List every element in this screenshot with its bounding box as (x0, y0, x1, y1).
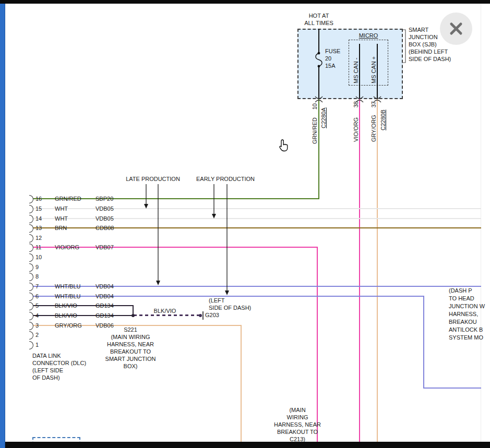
hand-pointer-cursor-icon (278, 139, 290, 155)
wire-gry-org-sjb-vertical (377, 99, 378, 442)
right-note-line6: ANTILOCK B (449, 326, 483, 333)
pin-cavity-icon (29, 283, 33, 291)
close-icon (440, 13, 472, 45)
fuse-label: FUSE (325, 48, 340, 55)
micro-label: MICRO (349, 32, 388, 39)
bottom-window-border (5, 442, 490, 448)
sjb-name-line2: JUNCTION (409, 34, 438, 41)
dlc-name-line3: (LEFT SIDE (32, 367, 63, 374)
wire-gry-org-pin3-vertical (241, 325, 242, 442)
pin-cavity-icon (29, 244, 33, 252)
pin-cavity-icon (29, 224, 33, 233)
late-production-arrowhead-2 (156, 281, 160, 285)
fuse-rating: 15A (325, 63, 336, 69)
pin-cavity-icon (29, 253, 33, 262)
bottom-note-line3: HARNESS, NEAR (264, 421, 331, 428)
pin-cavity-icon (29, 293, 33, 301)
dlc-pin-row-13: 13BRNCDB08 (29, 224, 144, 232)
ms-can-minus-label: MS CAN - (353, 47, 360, 83)
sjb-name-line3: BOX (SJB) (409, 41, 437, 48)
hot-at-label-line2: ALL TIMES (299, 20, 339, 27)
right-note-line3: JUNCTION W (449, 303, 485, 310)
hot-at-label-line1: HOT AT (299, 13, 339, 19)
wire-vio-org-sjb-vertical (359, 99, 360, 442)
pin-cavity-icon (29, 195, 33, 203)
bottom-note-line1: (MAIN (264, 407, 331, 414)
wiring-diagram-canvas: HOT AT ALL TIMES FUSE 20 15A MICRO MS CA… (0, 0, 490, 448)
pin-cavity-icon (29, 322, 33, 330)
dlc-pin-row-15: 15WHTVDB05 (29, 204, 144, 213)
ground-location-line2: SIDE OF DASH) (209, 305, 251, 311)
splice-desc-line5: BOX) (100, 363, 161, 370)
fuse-number: 20 (325, 55, 331, 62)
pin-cavity-icon (29, 234, 33, 243)
splice-desc-line1: (MAIN WIRING (100, 334, 161, 341)
right-note-line5: BREAKOU (449, 319, 477, 325)
pin-cavity-icon (29, 302, 33, 310)
pin-cavity-icon (29, 331, 33, 340)
bottom-note-line4: BREAKOUT TO (264, 429, 331, 435)
wire-grn-red-vertical (318, 99, 319, 199)
dlc-name-line4: OF DASH) (32, 374, 60, 381)
right-note-line7: SYSTEM MO (449, 334, 483, 341)
sjb-name-line4: (BEHIND LEFT (409, 49, 448, 55)
close-button[interactable] (440, 13, 472, 45)
gry-org-wire-label: GRY/ORG37 (371, 101, 377, 142)
sjb-name-line5: SIDE OF DASH) (409, 56, 451, 63)
connector-c2280b-label: C2280B (380, 104, 387, 130)
blk-vio-splice-wire-label: BLK/VIO (147, 308, 183, 314)
late-production-label: LATE PRODUCTION (125, 176, 181, 183)
sjb-name-line1: SMART (409, 27, 428, 33)
dlc-name-line1: DATA LINK (32, 353, 61, 359)
wire-wht-blu-vertical (423, 296, 424, 389)
splice-desc-line2: HARNESS, NEAR (100, 341, 161, 348)
splice-desc-line4: SMART JUNCTION (100, 356, 161, 362)
splice-desc-line3: BREAKOUT TO (100, 348, 161, 355)
dlc-pin-row-14: 14WHTVDB05 (29, 214, 144, 223)
pin-cavity-icon (29, 205, 33, 213)
pin-cavity-icon (29, 215, 33, 223)
grn-red-wire-label: GRN/RED10 (312, 103, 318, 144)
dlc-pin-row-6: 6WHT/BLUVDB04 (29, 292, 144, 300)
dlc-name-line2: CONNECTOR (DLC) (32, 360, 86, 367)
dlc-pin-row-10: 10 (29, 253, 144, 261)
left-window-border (0, 0, 5, 448)
connector-c2280a-label: C2280A (320, 103, 327, 128)
pin-cavity-icon (29, 263, 33, 272)
diagram-right-edge (481, 4, 481, 442)
fuse-feed-line (318, 29, 319, 53)
pin-cavity-icon (29, 312, 33, 320)
top-window-border (0, 0, 490, 4)
ground-id-label: G203 (205, 312, 219, 319)
pin-cavity-icon (29, 273, 33, 281)
dlc-pin-row-11: 11VIO/ORGVDB07 (29, 243, 144, 251)
vio-org-wire-label: VIO/ORG38 (353, 101, 360, 142)
splice-id-label: S221 (100, 326, 161, 333)
right-note-line2: TO HEAD (449, 295, 474, 302)
ground-location-line1: (LEFT (209, 297, 225, 304)
dlc-pin-row-16: 16GRN/REDSBP20 (29, 195, 144, 203)
right-note-line4: HARNESS, (449, 311, 478, 318)
dlc-pin-row-8: 8 (29, 272, 144, 281)
right-note-line1: (DASH P (449, 287, 472, 294)
dlc-pin-row-5: 5BLK/VIOGD134 (29, 301, 144, 310)
dlc-pin-row-7: 7WHT/BLUVDB04 (29, 282, 144, 290)
early-production-label: EARLY PRODUCTION (195, 176, 256, 183)
dlc-pin-row-12: 12 (29, 234, 144, 242)
fuse-out-line (318, 66, 319, 99)
pin-cavity-icon (29, 341, 33, 349)
early-production-arrowhead-2 (225, 290, 229, 295)
dlc-pin-row-9: 9 (29, 263, 144, 271)
dlc-pin-row-4: 4BLK/VIOGD134 (29, 311, 144, 320)
wire-wht-blu-bottom-run (423, 388, 481, 389)
bottom-note-line2: WIRING (264, 414, 331, 421)
ms-can-plus-label: MS CAN + (371, 47, 377, 83)
